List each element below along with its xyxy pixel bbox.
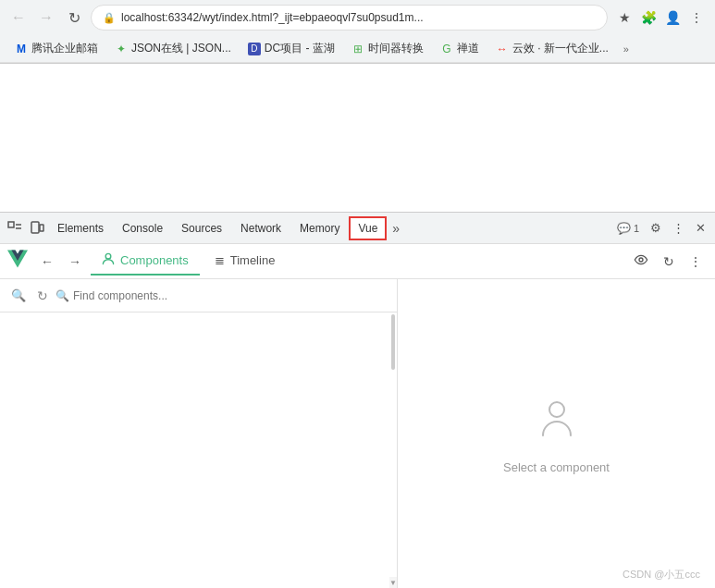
- profile-button[interactable]: 👤: [661, 6, 684, 29]
- bookmark-tencent-label: 腾讯企业邮箱: [31, 41, 98, 56]
- toolbar-icons: ★ 🧩 👤 ⋮: [613, 6, 708, 29]
- extension-puzzle-button[interactable]: 🧩: [637, 6, 660, 29]
- components-tab-label: Components: [120, 253, 189, 267]
- inspect-icon: [7, 221, 22, 236]
- page-content: [0, 64, 715, 212]
- vue-search-bar: 🔍 ↻ 🔍: [0, 279, 397, 312]
- devtools-menu-icon: ⋮: [672, 221, 684, 235]
- devtools-menu-button[interactable]: ⋮: [667, 219, 690, 237]
- tab-elements[interactable]: Elements: [48, 216, 113, 240]
- refresh-tree-button[interactable]: ↻: [33, 287, 52, 305]
- vue-back-button[interactable]: ←: [35, 252, 59, 271]
- watermark: CSDN @小五ccc: [615, 564, 708, 585]
- vue-icon: [7, 249, 28, 269]
- lock-icon: 🔒: [103, 12, 116, 24]
- vue-toolbar-right: ↻ ⋮: [628, 249, 708, 274]
- svg-rect-3: [31, 222, 39, 233]
- bookmark-time[interactable]: ⊞ 时间器转换: [344, 39, 431, 58]
- scrollbar-thumb: [391, 314, 395, 370]
- bookmark-tencent[interactable]: M 腾讯企业邮箱: [7, 39, 105, 58]
- vue-tree-area: ▼: [0, 312, 397, 588]
- search-toggle-button[interactable]: 🔍: [7, 287, 30, 304]
- browser-chrome: ← → ↻ 🔒 localhost:63342/wyt/index.html?_…: [0, 0, 715, 64]
- address-bar[interactable]: 🔒 localhost:63342/wyt/index.html?_ijt=eb…: [91, 5, 608, 31]
- back-button[interactable]: ←: [7, 6, 30, 29]
- vue-left-panel: 🔍 ↻ 🔍 ▼: [0, 279, 398, 588]
- bookmark-chan-label: 禅道: [457, 41, 479, 56]
- time-icon: ⊞: [351, 43, 364, 55]
- dc-icon: D: [248, 43, 261, 55]
- vue-refresh-button[interactable]: ↻: [658, 251, 680, 273]
- vue-toolbar: ← → Components ≣ Timeline ↻ ⋮: [0, 244, 715, 279]
- device-toolbar-button[interactable]: [26, 219, 48, 238]
- settings-icon: ⚙: [650, 221, 661, 235]
- comment-count: 1: [634, 223, 639, 234]
- cloud-icon: ↔: [496, 43, 509, 55]
- components-tab-icon: [102, 252, 115, 268]
- timeline-tab-label: Timeline: [230, 253, 276, 267]
- menu-button[interactable]: ⋮: [685, 6, 708, 29]
- vue-right-panel: Select a component CSDN @小五ccc: [398, 279, 715, 588]
- tab-console[interactable]: Console: [113, 216, 172, 240]
- browser-toolbar: ← → ↻ 🔒 localhost:63342/wyt/index.html?_…: [0, 0, 715, 35]
- watermark-text: CSDN @小五ccc: [623, 569, 700, 580]
- tencent-icon: M: [15, 43, 28, 55]
- timeline-tab-icon: ≣: [215, 253, 225, 267]
- chan-icon: G: [440, 43, 453, 55]
- vue-eye-button[interactable]: [628, 249, 654, 274]
- bookmark-dc-label: DC项目 - 蓝湖: [265, 41, 335, 56]
- bookmark-json[interactable]: ✦ JSON在线 | JSON...: [107, 39, 239, 58]
- svg-point-6: [639, 258, 643, 262]
- comment-badge[interactable]: 💬 1: [611, 220, 645, 237]
- search-input[interactable]: [73, 289, 389, 302]
- scroll-down-arrow[interactable]: ▼: [389, 577, 397, 588]
- devtools-panel: Elements Console Sources Network Memory …: [0, 212, 715, 588]
- json-icon: ✦: [115, 43, 128, 55]
- search-input-icon: 🔍: [55, 289, 69, 302]
- select-component-text: Select a component: [503, 460, 610, 474]
- bookmark-cloud-label: 云效 · 新一代企业...: [512, 41, 609, 56]
- search-icon: 🔍: [11, 288, 26, 302]
- component-placeholder-icon: [534, 395, 580, 449]
- tab-sources[interactable]: Sources: [172, 216, 231, 240]
- inspect-element-button[interactable]: [4, 219, 26, 238]
- devtools-settings-button[interactable]: ⚙: [645, 219, 667, 237]
- tab-components[interactable]: Components: [91, 247, 200, 276]
- tab-timeline[interactable]: ≣ Timeline: [203, 248, 287, 275]
- devtools-close-button[interactable]: ✕: [690, 219, 711, 237]
- person-icon: [102, 252, 115, 265]
- tab-network[interactable]: Network: [231, 216, 290, 240]
- device-icon: [30, 221, 44, 236]
- bookmark-chan[interactable]: G 禅道: [433, 39, 487, 58]
- forward-button[interactable]: →: [35, 6, 57, 29]
- tab-vue[interactable]: Vue: [349, 216, 387, 240]
- address-text: localhost:63342/wyt/index.html?_ijt=ebpa…: [121, 11, 596, 24]
- bookmark-dc[interactable]: D DC项目 - 蓝湖: [240, 39, 342, 58]
- svg-point-5: [105, 253, 111, 259]
- bookmarks-bar: M 腾讯企业邮箱 ✦ JSON在线 | JSON... D DC项目 - 蓝湖 …: [0, 35, 715, 63]
- vue-main: 🔍 ↻ 🔍 ▼: [0, 279, 715, 588]
- refresh-icon: ↻: [37, 288, 48, 303]
- more-tabs-button[interactable]: »: [387, 217, 405, 239]
- refresh-button[interactable]: ↻: [63, 6, 85, 29]
- devtools-tab-bar: Elements Console Sources Network Memory …: [0, 213, 715, 244]
- close-icon: ✕: [696, 221, 706, 235]
- more-bookmarks-button[interactable]: »: [618, 42, 635, 56]
- component-placeholder: Select a component: [503, 395, 610, 474]
- comment-icon: 💬: [617, 222, 631, 235]
- eye-icon: [634, 252, 648, 267]
- tree-scrollbar[interactable]: [389, 312, 397, 588]
- tab-memory[interactable]: Memory: [290, 216, 349, 240]
- svg-rect-0: [8, 222, 14, 227]
- bookmark-time-label: 时间器转换: [368, 41, 424, 56]
- bookmark-star-button[interactable]: ★: [613, 6, 635, 29]
- vue-more-button[interactable]: ⋮: [684, 251, 708, 273]
- svg-point-7: [549, 402, 564, 417]
- bookmark-cloud[interactable]: ↔ 云效 · 新一代企业...: [488, 39, 616, 58]
- vue-logo: [7, 249, 28, 274]
- bookmark-json-label: JSON在线 | JSON...: [131, 41, 231, 56]
- person-group-icon: [534, 395, 580, 441]
- vue-forward-button[interactable]: →: [63, 252, 87, 271]
- svg-rect-4: [40, 225, 43, 231]
